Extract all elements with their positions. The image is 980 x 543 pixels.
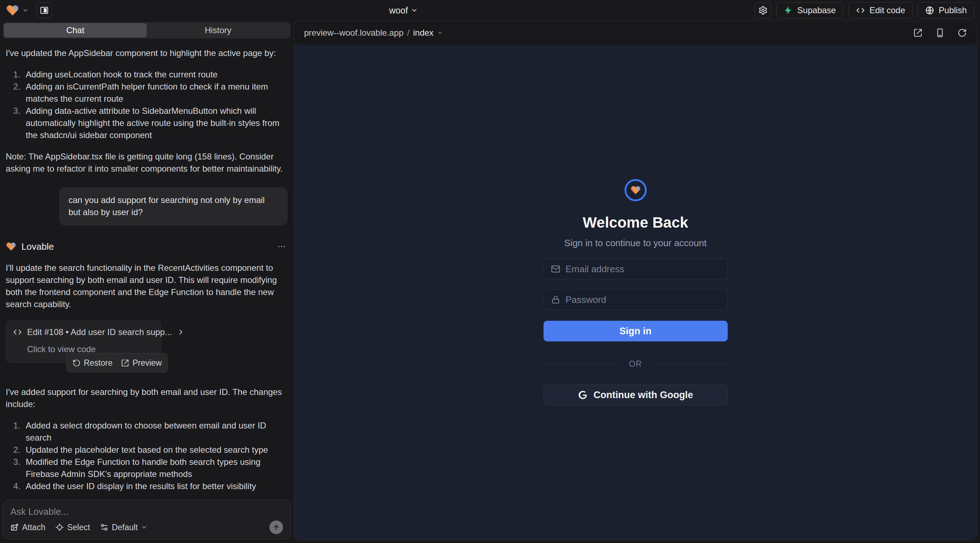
edit-actions: Restore Preview xyxy=(66,353,168,373)
chat-tabbar: Chat History xyxy=(3,22,291,38)
mode-label: Default xyxy=(112,523,138,532)
google-icon xyxy=(578,390,588,400)
select-button[interactable]: Select xyxy=(55,523,90,532)
email-field-wrap xyxy=(544,259,728,279)
assistant-list: Adding useLocation hook to track the cur… xyxy=(6,68,288,141)
publish-button[interactable]: Publish xyxy=(918,2,974,19)
list-item: Adding data-active attribute to SidebarM… xyxy=(23,105,288,141)
list-item: Modified the Edge Function to handle bot… xyxy=(23,456,288,480)
google-label: Continue with Google xyxy=(593,390,693,401)
chevron-down-icon xyxy=(437,30,443,36)
google-signin-button[interactable]: Continue with Google xyxy=(544,384,728,405)
preview-viewport: Welcome Back Sign in to continue to your… xyxy=(294,44,977,540)
arrow-up-icon xyxy=(272,523,280,531)
list-item: Added a select dropdown to choose betwee… xyxy=(23,419,288,444)
preview-url-host: preview--woof.lovable.app xyxy=(304,28,404,38)
supabase-button[interactable]: Supabase xyxy=(776,2,843,19)
code-icon xyxy=(856,6,865,15)
preview-url-page: index xyxy=(413,28,433,38)
select-target-icon xyxy=(55,523,64,532)
mobile-view-button[interactable] xyxy=(935,28,945,38)
code-icon xyxy=(13,327,22,337)
edit-card-wrap: Edit #108 • Add user ID search supp... C… xyxy=(6,320,161,363)
page-title: Welcome Back xyxy=(583,214,689,231)
chevron-down-icon xyxy=(141,524,147,530)
refresh-button[interactable] xyxy=(958,28,967,38)
assistant-header: Lovable xyxy=(6,240,288,252)
list-item: Updated the placeholder text based on th… xyxy=(23,444,288,456)
preview-url-menu[interactable]: preview--woof.lovable.app / index xyxy=(304,28,443,38)
settings-button[interactable] xyxy=(755,2,771,19)
restore-button[interactable]: Restore xyxy=(72,357,113,369)
mail-icon xyxy=(551,264,560,274)
divider-label: OR xyxy=(618,359,653,369)
composer: Attach Select Default xyxy=(3,500,291,540)
page-subtitle: Sign in to continue to your account xyxy=(564,238,706,249)
lovable-heart-icon xyxy=(6,241,16,252)
supabase-label: Supabase xyxy=(797,5,836,15)
restore-label: Restore xyxy=(84,357,113,369)
attach-label: Attach xyxy=(22,523,45,532)
globe-icon xyxy=(925,6,934,15)
more-options-icon[interactable] xyxy=(275,240,288,252)
workspace-menu[interactable] xyxy=(6,3,29,17)
send-button[interactable] xyxy=(269,521,283,534)
chevron-down-icon xyxy=(411,7,418,14)
external-link-icon xyxy=(121,359,129,367)
auth-card: Welcome Back Sign in to continue to your… xyxy=(544,179,728,405)
chevron-right-icon xyxy=(177,328,185,336)
assistant-list: Added a select dropdown to choose betwee… xyxy=(6,419,288,492)
assistant-name: Lovable xyxy=(21,240,54,252)
edit-code-button[interactable]: Edit code xyxy=(848,2,913,19)
user-message: can you add support for searching not on… xyxy=(59,187,288,225)
assistant-paragraph: I've added support for searching by both… xyxy=(6,386,288,410)
gear-icon xyxy=(758,6,768,15)
list-item: Adding an isCurrentPath helper function … xyxy=(23,81,288,105)
assistant-paragraph: I'll update the search functionality in … xyxy=(6,262,288,310)
chat-panel: Chat History I've updated the AppSidebar… xyxy=(0,21,293,543)
project-name: woof xyxy=(389,5,408,16)
attach-button[interactable]: Attach xyxy=(10,523,45,532)
email-field[interactable] xyxy=(566,264,720,275)
heart-icon xyxy=(630,185,641,195)
url-separator: / xyxy=(407,28,410,38)
password-field[interactable] xyxy=(566,294,720,305)
user-message-text: can you add support for searching not on… xyxy=(68,194,278,218)
list-item: Adding useLocation hook to track the cur… xyxy=(23,68,288,81)
lovable-heart-icon xyxy=(6,3,19,17)
preview-button[interactable]: Preview xyxy=(121,357,162,369)
assistant-note: Note: The AppSidebar.tsx file is getting… xyxy=(6,151,288,175)
select-label: Select xyxy=(67,523,90,532)
preview-panel: preview--woof.lovable.app / index xyxy=(294,21,977,540)
edit-card-title: Edit #108 • Add user ID search supp... xyxy=(27,326,172,338)
panel-left-icon xyxy=(40,6,49,15)
tab-history[interactable]: History xyxy=(147,23,290,38)
prompt-input[interactable] xyxy=(10,506,283,521)
preview-toolbar: preview--woof.lovable.app / index xyxy=(294,21,977,44)
restore-icon xyxy=(72,359,81,367)
signin-button[interactable]: Sign in xyxy=(544,321,728,341)
app-logo xyxy=(625,179,647,201)
supabase-icon xyxy=(784,6,793,15)
or-divider: OR xyxy=(544,359,728,369)
preview-label: Preview xyxy=(132,357,162,369)
assistant-paragraph: I've updated the AppSidebar component to… xyxy=(6,47,288,59)
topbar: woof Supabase Edit code xyxy=(0,0,980,21)
sliders-icon xyxy=(100,523,108,532)
sidebar-toggle-button[interactable] xyxy=(37,3,52,18)
project-menu[interactable]: woof xyxy=(389,5,418,16)
mode-button[interactable]: Default xyxy=(100,523,147,532)
edit-code-label: Edit code xyxy=(869,5,905,15)
password-field-wrap xyxy=(544,289,728,310)
tab-chat[interactable]: Chat xyxy=(4,23,147,38)
list-item: Added the user ID display in the results… xyxy=(23,480,288,492)
chevron-down-icon xyxy=(22,7,29,14)
publish-label: Publish xyxy=(939,5,967,15)
open-in-new-tab-button[interactable] xyxy=(913,28,923,38)
lock-icon xyxy=(551,295,560,304)
chat-messages: I've updated the AppSidebar component to… xyxy=(3,38,291,494)
image-attach-icon xyxy=(10,523,19,532)
